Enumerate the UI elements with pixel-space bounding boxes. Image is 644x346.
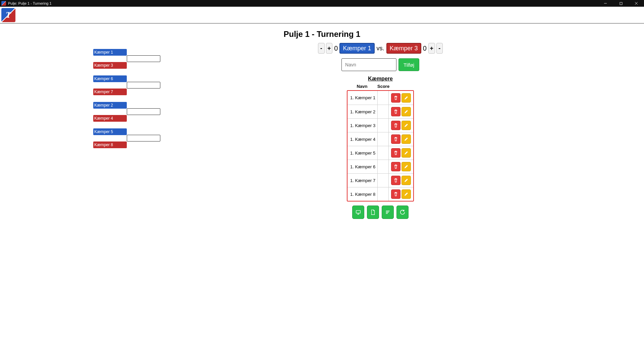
window-maximize-button[interactable] — [613, 0, 629, 7]
fighter-label: 1. Kæmper 7 — [347, 174, 378, 187]
edit-fighter-button[interactable] — [401, 134, 411, 144]
app-small-icon — [1, 1, 6, 6]
maximize-icon — [619, 2, 623, 5]
page-title: Pulje 1 - Turnering 1 — [0, 30, 644, 39]
window-title: Pulje: Pulje 1 - Turnering 1 — [8, 1, 52, 5]
fighter-name-input[interactable] — [341, 58, 396, 71]
table-row: 1. Kæmper 6 — [347, 160, 413, 173]
edit-fighter-button[interactable] — [401, 176, 411, 185]
bracket-slot-red[interactable]: Kæmper 8 — [93, 141, 127, 148]
trash-icon — [393, 123, 398, 128]
edit-fighter-button[interactable] — [401, 162, 411, 171]
pencil-icon — [404, 178, 409, 183]
table-row: 1. Kæmper 2 — [347, 105, 413, 118]
fighter-label: 1. Kæmper 3 — [347, 119, 378, 132]
bracket-winner-box[interactable] — [127, 135, 160, 141]
pencil-icon — [404, 123, 409, 128]
bracket-slot-blue[interactable]: Kæmper 2 — [93, 102, 127, 109]
left-minus-button[interactable]: - — [318, 43, 325, 54]
bracket-slot-red[interactable]: Kæmper 7 — [93, 89, 127, 95]
right-fighter-tag[interactable]: Kæmper 3 — [386, 43, 421, 54]
bars-icon — [385, 209, 391, 215]
delete-fighter-button[interactable] — [391, 189, 400, 199]
left-fighter-tag[interactable]: Kæmper 1 — [339, 43, 374, 54]
vs-label: vs. — [376, 43, 385, 54]
pencil-icon — [404, 151, 409, 155]
edit-fighter-button[interactable] — [401, 148, 411, 158]
app-logo-letter: T — [6, 10, 11, 20]
edit-fighter-button[interactable] — [401, 121, 411, 130]
bracket-slot-blue[interactable]: Kæmper 1 — [93, 49, 127, 56]
app-logo[interactable]: T — [1, 8, 15, 22]
refresh-icon — [399, 209, 406, 215]
svg-rect-1 — [620, 2, 622, 5]
trash-icon — [393, 109, 398, 114]
app-toolbar: T — [0, 7, 644, 23]
export-button[interactable] — [367, 206, 379, 219]
svg-rect-4 — [356, 211, 361, 213]
bracket-slot-blue[interactable]: Kæmper 5 — [93, 128, 127, 135]
delete-fighter-button[interactable] — [391, 148, 400, 158]
col-name: Navn — [347, 84, 377, 89]
monitor-icon — [355, 209, 361, 215]
table-row: 1. Kæmper 5 — [347, 146, 413, 160]
table-row: 1. Kæmper 4 — [347, 132, 413, 146]
fighter-label: 1. Kæmper 6 — [347, 160, 378, 173]
pencil-icon — [404, 164, 409, 169]
table-row: 1. Kæmper 8 — [347, 187, 413, 201]
right-minus-button[interactable]: - — [436, 43, 443, 54]
fighter-score-cell — [378, 146, 389, 160]
fighters-heading: Kæmpere — [318, 76, 443, 82]
window-minimize-button[interactable] — [598, 0, 613, 7]
edit-fighter-button[interactable] — [401, 93, 411, 103]
delete-fighter-button[interactable] — [391, 93, 400, 103]
fighter-score-cell — [378, 132, 389, 146]
edit-fighter-button[interactable] — [401, 107, 411, 116]
bracket-match: Kæmper 6 Kæmper 7 — [93, 75, 160, 95]
trash-icon — [393, 151, 398, 155]
bracket-slot-blue[interactable]: Kæmper 6 — [93, 75, 127, 82]
fighter-score-cell — [378, 91, 389, 105]
right-plus-button[interactable]: + — [428, 43, 435, 54]
control-panel: - + 0 Kæmper 1 vs. Kæmper 3 0 + - Tilføj… — [318, 43, 443, 219]
window-close-button[interactable] — [629, 0, 644, 7]
fighter-score-cell — [378, 174, 389, 187]
fighter-score-cell — [378, 105, 389, 118]
close-icon — [634, 1, 638, 5]
add-fighter-button[interactable]: Tilføj — [398, 58, 419, 71]
minimize-icon — [603, 1, 607, 5]
delete-fighter-button[interactable] — [391, 134, 400, 144]
delete-fighter-button[interactable] — [391, 176, 400, 185]
bracket-winner-box[interactable] — [127, 82, 160, 89]
window-titlebar: Pulje: Pulje 1 - Turnering 1 — [0, 0, 644, 7]
fighter-label: 1. Kæmper 1 — [347, 91, 378, 105]
bracket-winner-box[interactable] — [127, 55, 160, 62]
pencil-icon — [404, 192, 409, 196]
fighter-label: 1. Kæmper 4 — [347, 132, 378, 146]
table-row: 1. Kæmper 7 — [347, 173, 413, 187]
table-row: 1. Kæmper 3 — [347, 118, 413, 132]
sort-button[interactable] — [382, 206, 394, 219]
trash-icon — [393, 178, 398, 183]
bracket-match: Kæmper 2 Kæmper 4 — [93, 102, 160, 122]
refresh-button[interactable] — [396, 206, 409, 219]
delete-fighter-button[interactable] — [391, 162, 400, 171]
trash-icon — [393, 192, 398, 196]
delete-fighter-button[interactable] — [391, 107, 400, 116]
fighter-score-cell — [378, 187, 389, 201]
edit-fighter-button[interactable] — [401, 189, 411, 199]
bracket-match: Kæmper 5 Kæmper 8 — [93, 128, 160, 148]
fighters-head-row: Navn Score — [347, 84, 414, 89]
col-score: Score — [377, 84, 389, 89]
scoreboard: - + 0 Kæmper 1 vs. Kæmper 3 0 + - — [318, 43, 443, 54]
display-button[interactable] — [352, 206, 364, 219]
left-plus-button[interactable]: + — [326, 43, 333, 54]
fighter-label: 1. Kæmper 8 — [347, 187, 378, 201]
delete-fighter-button[interactable] — [391, 121, 400, 130]
bracket-winner-box[interactable] — [127, 108, 160, 115]
bracket-slot-red[interactable]: Kæmper 4 — [93, 115, 127, 122]
pencil-icon — [404, 137, 409, 141]
bracket-slot-red[interactable]: Kæmper 3 — [93, 62, 127, 69]
right-score: 0 — [423, 43, 427, 54]
left-score: 0 — [334, 43, 338, 54]
